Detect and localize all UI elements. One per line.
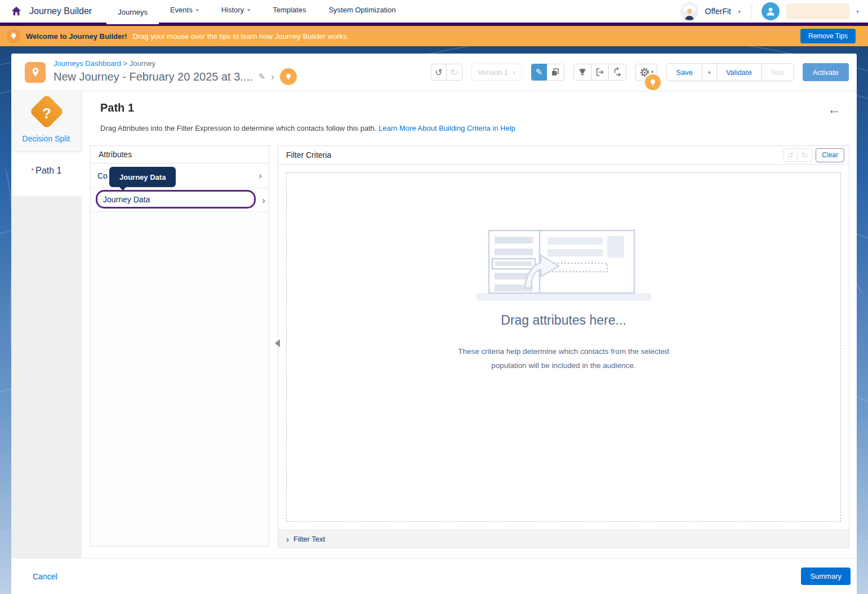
filter-dropzone[interactable]: Drag attributes here... These criteria h… — [286, 172, 841, 522]
journey-data-tooltip: Journey Data — [109, 167, 176, 187]
copy-icon — [550, 67, 560, 77]
copy-journey-button[interactable] — [547, 64, 564, 81]
dropzone-description: These criteria help determine which cont… — [287, 344, 840, 373]
pencil-icon: ✎ — [535, 67, 542, 77]
breadcrumb-separator: > — [123, 59, 128, 68]
remove-tips-button[interactable]: Remove Tips — [800, 29, 856, 43]
exit-arrow-icon — [595, 67, 605, 77]
path-editor-content: ← Path 1 Drag Attributes into the Filter… — [82, 91, 857, 558]
tab-templates[interactable]: Templates — [261, 0, 317, 21]
brand: Journey Builder — [0, 5, 106, 17]
exit-criteria-button[interactable] — [591, 64, 609, 81]
edit-title-pencil-icon[interactable]: ✎ — [259, 72, 266, 82]
breadcrumb-current: Journey — [130, 59, 155, 68]
tip-lightbulb-icon[interactable] — [643, 73, 662, 92]
tab-history[interactable]: History ▾ — [210, 0, 261, 21]
chevron-right-icon[interactable]: › — [271, 71, 274, 83]
filter-redo-button[interactable]: ↻ — [798, 148, 812, 162]
user-avatar[interactable] — [762, 2, 780, 20]
einstein-avatar-icon[interactable] — [680, 2, 698, 20]
rail-background — [11, 196, 82, 558]
tab-journeys[interactable]: Journeys — [106, 0, 159, 24]
journey-header: Journeys Dashboard > Journey New Journey… — [11, 54, 857, 91]
dropzone-title: Drag attributes here... — [287, 313, 840, 328]
home-icon[interactable] — [10, 5, 23, 17]
settings-wrap: ▾ — [635, 64, 658, 81]
learn-more-link[interactable]: Learn More About Building Criteria in He… — [379, 124, 515, 132]
tab-system-optimization[interactable]: System Optimization — [317, 0, 407, 21]
decision-split-card: ? Decision Split — [11, 91, 82, 152]
version-dropdown[interactable]: Version 1 ▾ — [471, 64, 522, 81]
test-button[interactable]: Test — [762, 63, 794, 81]
re-entry-settings-button[interactable] — [609, 64, 626, 81]
attribute-row-journey-data[interactable]: Journey Data › — [91, 188, 269, 212]
cancel-button[interactable]: Cancel — [33, 572, 57, 581]
journey-pin-icon — [25, 62, 46, 83]
top-navigation: Journey Builder Journeys Events ▾ Histor… — [0, 0, 868, 23]
user-name-redacted — [786, 3, 849, 19]
drag-illustration — [477, 228, 651, 304]
question-mark-glyph: ? — [34, 101, 59, 126]
filter-undo-button[interactable]: ↺ — [783, 148, 798, 162]
nav-divider — [751, 3, 751, 19]
breadcrumb-title-block: Journeys Dashboard > Journey New Journey… — [54, 59, 297, 85]
filter-criteria-panel: Filter Criteria ↺ ↻ Clear — [278, 145, 849, 548]
attributes-panel: Attributes Co › Journey Data › Journey D… — [90, 145, 269, 547]
tab-events[interactable]: Events ▾ — [159, 0, 210, 21]
decision-split-editor: ? Decision Split * Path 1 ← Path 1 Drag … — [11, 91, 857, 558]
decision-split-label: Decision Split — [11, 134, 81, 143]
undo-button[interactable]: ↺ — [431, 64, 447, 81]
chevron-right-icon: › — [262, 195, 265, 206]
editor-footer: Cancel Summary — [11, 558, 857, 594]
sidebar-item-path-1[interactable]: * Path 1 — [11, 166, 82, 185]
redo-icon: ↻ — [450, 67, 457, 78]
filter-text-expander[interactable]: › Filter Text — [278, 530, 849, 548]
journey-builder-canvas: Journeys Dashboard > Journey New Journey… — [11, 54, 857, 594]
journey-title: New Journey - February 20 2025 at 3.... — [54, 70, 253, 83]
journey-toolbar: ↺ ↻ Version 1 ▾ ✎ — [431, 63, 849, 81]
breadcrumb: Journeys Dashboard > Journey — [54, 59, 297, 68]
chevron-right-icon: › — [259, 170, 262, 181]
chevron-down-icon: ▾ — [708, 69, 711, 76]
summary-button[interactable]: Summary — [801, 568, 851, 585]
nav-right: OfferFit ▾ ▾ — [680, 2, 868, 20]
save-button[interactable]: Save — [666, 63, 702, 81]
banner-text: Drag your mouse over the tips to learn h… — [133, 32, 349, 41]
save-button-group: Save ▾ Validate Test — [666, 63, 794, 81]
validate-button[interactable]: Validate — [717, 63, 762, 81]
required-asterisk: * — [32, 166, 34, 175]
nav-tabs: Journeys Events ▾ History ▾ Templates Sy… — [106, 0, 407, 24]
org-switcher-label[interactable]: OfferFit — [705, 7, 731, 16]
activate-button[interactable]: Activate — [803, 63, 849, 81]
chevron-down-icon[interactable]: ▾ — [856, 8, 859, 15]
trophy-icon — [577, 67, 587, 77]
undo-icon: ↺ — [787, 151, 794, 159]
tip-lightbulb-icon[interactable] — [280, 68, 297, 85]
chevron-down-icon[interactable]: ▾ — [738, 8, 741, 15]
chevron-down-icon: ▾ — [247, 7, 250, 13]
filter-criteria-title: Filter Criteria — [286, 150, 331, 159]
path-description: Drag Attributes into the Filter Expressi… — [100, 124, 515, 132]
reentry-arrows-icon — [612, 67, 622, 77]
clear-button[interactable]: Clear — [816, 148, 844, 162]
back-arrow-icon[interactable]: ← — [827, 101, 841, 117]
collapse-attributes-handle[interactable] — [271, 339, 280, 347]
edit-mode-button[interactable]: ✎ — [531, 64, 547, 81]
chevron-down-icon: ▾ — [196, 7, 199, 13]
attributes-header: Attributes — [91, 146, 269, 163]
lightbulb-icon — [7, 29, 20, 43]
undo-icon: ↺ — [435, 67, 442, 78]
redo-icon: ↻ — [802, 151, 808, 159]
tips-banner: Welcome to Journey Builder! Drag your mo… — [0, 26, 868, 46]
banner-title: Welcome to Journey Builder! — [26, 32, 127, 41]
app-title: Journey Builder — [29, 6, 92, 16]
redo-button[interactable]: ↻ — [447, 64, 462, 81]
chevron-right-icon: › — [286, 534, 289, 544]
breadcrumb-journeys-dashboard-link[interactable]: Journeys Dashboard — [54, 59, 121, 68]
page-title: Path 1 — [100, 101, 134, 114]
chevron-down-icon: ▾ — [513, 69, 515, 76]
save-options-button[interactable]: ▾ — [702, 63, 717, 81]
goals-button[interactable] — [573, 64, 591, 81]
activity-rail: ? Decision Split * Path 1 — [11, 91, 82, 558]
filter-criteria-header: Filter Criteria ↺ ↻ Clear — [278, 146, 849, 165]
